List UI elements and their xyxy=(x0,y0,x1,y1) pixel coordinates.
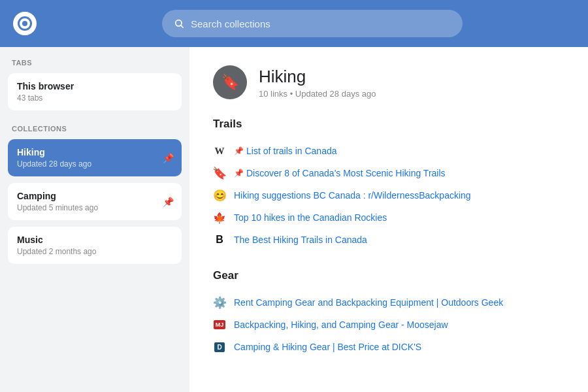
outdoors-favicon: ⚙️ xyxy=(213,296,226,309)
link-item[interactable]: D Camping & Hiking Gear | Best Price at … xyxy=(213,336,564,358)
pin-icon-hiking: 📌 xyxy=(163,153,174,163)
buzzfeed-favicon: 🔖 xyxy=(213,167,226,180)
browser-tab-subtitle: 43 tabs xyxy=(17,93,172,103)
medium-favicon: B xyxy=(213,233,226,246)
collections-section-label: COLLECTIONS xyxy=(8,125,182,133)
collection-item-music[interactable]: Music Updated 2 months ago xyxy=(8,227,182,264)
collections-section: COLLECTIONS Hiking Updated 28 days ago 📌… xyxy=(8,125,182,264)
pin-small: 📌 xyxy=(234,146,244,155)
reddit-favicon: 😊 xyxy=(213,189,226,202)
link-item[interactable]: 😊 Hiking suggestions BC Canada : r/Wilde… xyxy=(213,184,564,206)
link-text: List of trails in Canada xyxy=(246,146,337,156)
dicks-favicon: D xyxy=(213,340,226,353)
link-text: The Best Hiking Trails in Canada xyxy=(234,235,367,245)
link-item[interactable]: 🍁 Top 10 hikes in the Canadian Rockies xyxy=(213,206,564,229)
gear-section-title: Gear xyxy=(213,269,564,282)
moosejaw-favicon: MJ xyxy=(213,318,226,331)
trails-link-list: W 📌 List of trails in Canada 🔖 📌 Discove… xyxy=(213,140,564,251)
link-text: Discover 8 of Canada's Most Scenic Hikin… xyxy=(246,168,446,178)
collection-icon: 🔖 xyxy=(213,65,247,99)
maple-favicon: 🍁 xyxy=(213,211,226,224)
collection-camping-subtitle: Updated 5 minutes ago xyxy=(17,203,172,212)
collection-hiking-title: Hiking xyxy=(17,147,172,157)
logo-graphic xyxy=(18,16,32,31)
link-item[interactable]: W 📌 List of trails in Canada xyxy=(213,140,564,162)
wikipedia-favicon: W xyxy=(213,144,226,157)
collection-item-camping[interactable]: Camping Updated 5 minutes ago 📌 xyxy=(8,183,182,220)
collection-icon-glyph: 🔖 xyxy=(221,74,239,91)
collection-title-group: Hiking 10 links • Updated 28 days ago xyxy=(259,67,376,99)
search-bar xyxy=(162,10,463,37)
tabs-section-label: TABS xyxy=(8,59,182,67)
link-item[interactable]: 🔖 📌 Discover 8 of Canada's Most Scenic H… xyxy=(213,162,564,184)
collection-header: 🔖 Hiking 10 links • Updated 28 days ago xyxy=(213,65,564,99)
gear-link-list: ⚙️ Rent Camping Gear and Backpacking Equ… xyxy=(213,291,564,358)
collection-music-subtitle: Updated 2 months ago xyxy=(17,247,172,256)
browser-tab-title: This browser xyxy=(17,81,172,91)
search-icon xyxy=(174,18,184,29)
collection-meta: 10 links • Updated 28 days ago xyxy=(259,89,376,99)
link-item[interactable]: MJ Backpacking, Hiking, and Camping Gear… xyxy=(213,314,564,336)
sidebar-item-this-browser[interactable]: This browser 43 tabs xyxy=(8,73,182,110)
app-header xyxy=(0,0,588,47)
pin-small: 📌 xyxy=(234,169,244,178)
link-text: Backpacking, Hiking, and Camping Gear - … xyxy=(234,319,448,330)
link-text: Top 10 hikes in the Canadian Rockies xyxy=(234,212,387,223)
main-layout: TABS This browser 43 tabs COLLECTIONS Hi… xyxy=(0,47,588,392)
collection-camping-title: Camping xyxy=(17,191,172,201)
collection-music-title: Music xyxy=(17,235,172,245)
svg-line-1 xyxy=(181,25,183,27)
collection-item-hiking[interactable]: Hiking Updated 28 days ago 📌 xyxy=(8,139,182,176)
link-text: Rent Camping Gear and Backpacking Equipm… xyxy=(234,297,503,308)
pin-icon-camping: 📌 xyxy=(163,197,174,207)
collection-title: Hiking xyxy=(259,67,376,87)
link-item[interactable]: B The Best Hiking Trails in Canada xyxy=(213,229,564,251)
sidebar: TABS This browser 43 tabs COLLECTIONS Hi… xyxy=(0,47,189,392)
collection-hiking-subtitle: Updated 28 days ago xyxy=(17,159,172,169)
content-area: 🔖 Hiking 10 links • Updated 28 days ago … xyxy=(189,47,588,392)
app-logo xyxy=(13,12,37,35)
link-item[interactable]: ⚙️ Rent Camping Gear and Backpacking Equ… xyxy=(213,291,564,314)
trails-section-title: Trails xyxy=(213,118,564,131)
search-input[interactable] xyxy=(191,18,451,29)
link-text: Camping & Hiking Gear | Best Price at DI… xyxy=(234,342,421,352)
tabs-section: TABS This browser 43 tabs xyxy=(8,59,182,110)
link-text: Hiking suggestions BC Canada : r/Wildern… xyxy=(234,190,471,201)
